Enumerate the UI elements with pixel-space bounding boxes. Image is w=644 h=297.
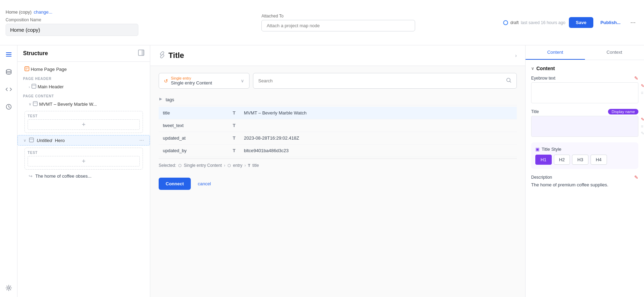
search-box[interactable] [253, 73, 517, 89]
test-area-mvmt: TEST + [24, 111, 143, 133]
main-header-label: Main Header [38, 84, 64, 89]
eyebrow-label-text: Eyebrow text [531, 76, 555, 81]
eyebrow-label: Eyebrow text ✎ [531, 75, 638, 81]
page-content-label: PAGE CONTENT [17, 91, 150, 99]
style-btn-h2[interactable]: H2 [554, 155, 570, 165]
svg-marker-18 [159, 98, 162, 101]
style-btn-h1[interactable]: H1 [535, 155, 552, 165]
breadcrumb-change[interactable]: change... [34, 9, 52, 15]
svg-point-5 [8, 287, 10, 289]
untitled-expand[interactable]: ∨ [23, 138, 26, 143]
description-label-text: Description [531, 175, 552, 180]
content-title: Title [168, 51, 184, 60]
table-row[interactable]: updated_at T 2023-08-28T16:29:02.418Z [159, 132, 517, 144]
svg-rect-2 [6, 56, 12, 57]
path-icon-1: ⬡ [178, 163, 182, 168]
field-name: updated_by [159, 144, 229, 157]
composition-name-input[interactable] [6, 24, 138, 36]
type-icon: T [229, 144, 240, 157]
breadcrumb-home: Home (copy) [6, 9, 31, 15]
mvmt-expand[interactable]: ∨ [29, 102, 31, 106]
top-bar-right: draft last saved 16 hours ago Save Publi… [503, 17, 638, 28]
type-icon: T [229, 119, 240, 132]
eyebrow-side-icons: ✎ ≡ [641, 83, 644, 95]
table-row[interactable]: tweet_text T [159, 119, 517, 132]
tree-item-homepage[interactable]: Home Page Page [17, 65, 150, 74]
path-icon-2: ⬡ [227, 163, 231, 168]
content-section-header[interactable]: ∨ Content [531, 66, 638, 71]
untitled-more-icon[interactable]: ··· [139, 137, 144, 143]
path-sep-2: › [244, 163, 246, 168]
save-button[interactable]: Save [569, 17, 593, 28]
title-style-cube-icon: ▣ [535, 147, 540, 152]
description-field: Description ✎ The home of premium coffee… [531, 175, 638, 188]
add-btn-2[interactable]: + [28, 156, 140, 166]
homepage-tag: Page [56, 67, 67, 72]
tags-expand-icon[interactable] [159, 97, 163, 102]
composition-name-label: Composition Name [6, 17, 247, 22]
eyebrow-gray-icon: ≡ [641, 90, 644, 95]
svg-rect-15 [29, 138, 34, 142]
description-label: Description ✎ [531, 175, 638, 180]
eyebrow-text-area[interactable]: ✎ ≡ [531, 82, 638, 103]
entry-selector-icon: ↺ [164, 78, 168, 84]
content-section-title: Content [536, 66, 555, 71]
publish-button[interactable]: Publish... [597, 17, 624, 28]
history-icon[interactable] [3, 101, 14, 112]
svg-point-3 [6, 69, 11, 72]
database-icon[interactable] [3, 66, 14, 77]
title-style-label-text: Title Style [542, 147, 562, 152]
title-text-area[interactable]: ✎ ≡ ✎ [531, 116, 638, 137]
tree-item-untitled[interactable]: ∨ Untitled Hero ··· [17, 135, 150, 146]
more-options-button[interactable]: ··· [628, 17, 638, 28]
display-name-badge: Display name [608, 109, 638, 114]
eyebrow-edit-icon[interactable]: ✎ [634, 75, 638, 81]
top-bar-middle: Attached To [247, 14, 503, 31]
entry-type-selector[interactable]: ↺ Single entry Single entry Content ∨ [159, 73, 249, 89]
untitled-label: Untitled [37, 138, 52, 143]
chevron-right-icon[interactable]: › [515, 53, 517, 58]
path-item-1: Single entry Content [184, 163, 222, 168]
add-btn-1[interactable]: + [28, 119, 140, 130]
search-icon [506, 77, 512, 84]
svg-rect-11 [32, 84, 36, 88]
selected-path: Selected: ⬡ Single entry Content › ⬡ ent… [159, 158, 517, 172]
main-header-expand[interactable]: › [29, 85, 30, 89]
field-value [240, 119, 517, 132]
structure-icon[interactable] [3, 49, 14, 60]
connect-button[interactable]: Connect [159, 178, 191, 190]
style-btn-h4[interactable]: H4 [591, 155, 607, 165]
tab-context[interactable]: Context [585, 45, 644, 60]
top-bar-left: Home (copy) change... Composition Name [6, 9, 247, 36]
link-out-icon: ↪ [29, 173, 32, 179]
eyebrow-red-icon[interactable]: ✎ [641, 83, 644, 88]
test-label-2: TEST [28, 151, 140, 155]
title-red-icon[interactable]: ✎ [641, 117, 644, 122]
structure-title: Structure [23, 50, 48, 57]
title-style-section: ▣ Title Style H1 H2 H3 H4 [531, 142, 638, 169]
last-saved-text: last saved 16 hours ago [521, 20, 565, 25]
table-row[interactable]: updated_by T bltce9401ba486d3c23 [159, 144, 517, 157]
mvmt-label: MVMT – Beverly Marble W... [39, 102, 97, 107]
table-row[interactable]: title T MVMT – Beverly Marble Watch [159, 107, 517, 119]
test-label-1: TEST [28, 114, 140, 118]
attach-input[interactable] [261, 20, 415, 31]
style-btn-h3[interactable]: H3 [572, 155, 588, 165]
description-edit-icon[interactable]: ✎ [634, 175, 638, 180]
right-tabs: Content Context [526, 45, 644, 60]
search-input[interactable] [258, 78, 503, 83]
tree-item-the-home[interactable]: ↪ The home of coffee obses... [17, 172, 150, 180]
layout-toggle-icon[interactable] [138, 50, 144, 57]
settings-icon[interactable] [3, 282, 14, 294]
tab-content[interactable]: Content [526, 45, 585, 60]
tree-item-mvmt[interactable]: ∨ MVMT – Beverly Marble W... [17, 99, 150, 109]
entry-name-label: Single entry Content [171, 80, 212, 86]
component-icon [31, 84, 36, 90]
right-panel: Content Context ∨ Content Eyebrow text ✎… [525, 45, 644, 297]
chain-link-icon [159, 51, 166, 60]
page-icon [24, 66, 29, 72]
cancel-button[interactable]: cancel [195, 178, 214, 190]
code-icon[interactable] [3, 84, 14, 95]
tree-item-main-header[interactable]: › Main Header [17, 82, 150, 91]
tags-label: tags [166, 97, 174, 102]
